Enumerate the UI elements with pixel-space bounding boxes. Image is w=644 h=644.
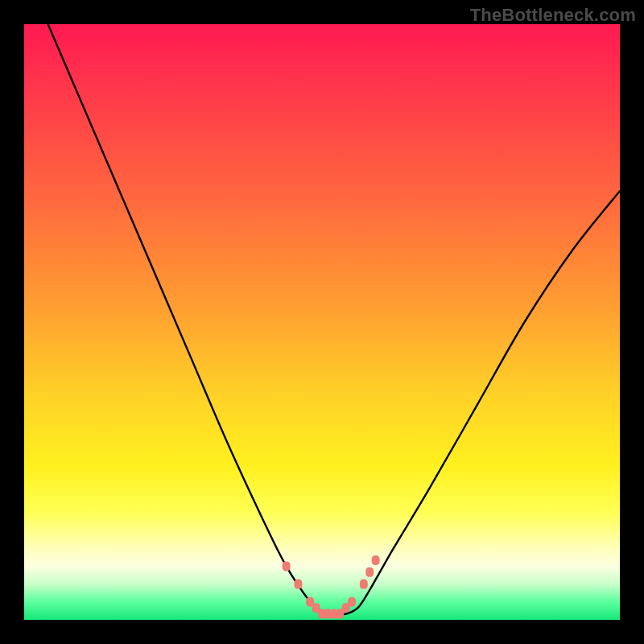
plot-area bbox=[24, 24, 620, 620]
highlight-dot bbox=[365, 568, 374, 577]
watermark-text: TheBottleneck.com bbox=[470, 5, 636, 26]
highlight-dot bbox=[360, 580, 368, 589]
curve-layer bbox=[24, 24, 620, 620]
highlight-dot bbox=[372, 555, 380, 565]
highlight-dot bbox=[294, 580, 302, 589]
highlight-dots bbox=[283, 555, 380, 619]
highlight-dot bbox=[283, 561, 291, 571]
bottleneck-curve bbox=[48, 24, 620, 615]
highlight-dot bbox=[348, 597, 356, 607]
chart-frame: TheBottleneck.com bbox=[0, 0, 644, 644]
